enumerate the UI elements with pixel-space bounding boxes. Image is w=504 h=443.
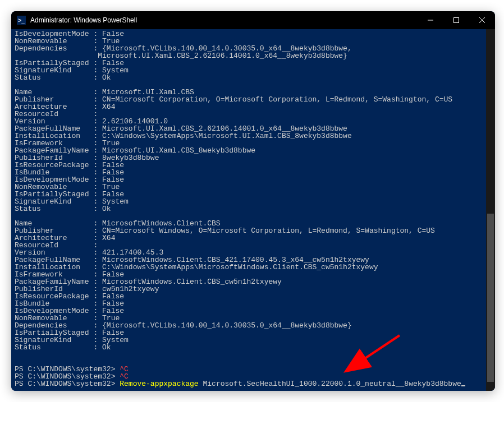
text-cursor <box>461 385 465 386</box>
minimize-button[interactable] <box>418 11 443 29</box>
terminal-output[interactable]: IsDevelopmentMode : FalseNonRemovable : … <box>11 29 495 391</box>
close-button[interactable] <box>469 11 495 29</box>
maximize-button[interactable] <box>443 11 469 29</box>
output-line: Status : Ok <box>15 74 492 81</box>
powershell-window: >_ Administrator: Windows PowerShell IsD… <box>11 11 495 391</box>
vertical-scrollbar[interactable] <box>486 29 495 391</box>
command-line[interactable]: PS C:\WINDOWS\system32> Remove-appxpacka… <box>15 380 492 387</box>
blank-line <box>15 351 492 358</box>
scrollbar-thumb[interactable] <box>487 214 494 382</box>
svg-rect-1 <box>454 18 459 23</box>
window-title: Administrator: Windows PowerShell <box>30 16 137 24</box>
titlebar[interactable]: >_ Administrator: Windows PowerShell <box>11 11 495 29</box>
output-line: Status : Ok <box>15 344 492 351</box>
window-controls <box>418 11 495 29</box>
powershell-icon: >_ <box>17 16 26 25</box>
output-line: Status : Ok <box>15 205 492 213</box>
